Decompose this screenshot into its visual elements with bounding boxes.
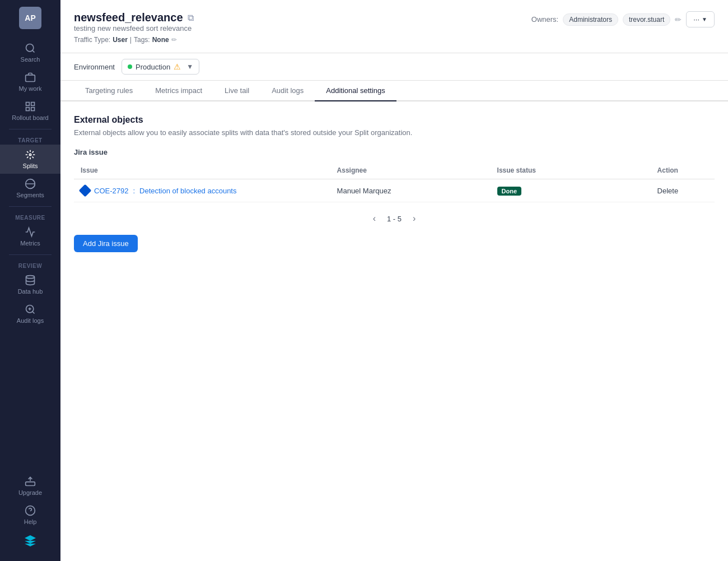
page-header: newsfeed_relevance ⧉ testing new newsfee… [60, 0, 728, 53]
owner-badge-administrators[interactable]: Administrators [563, 13, 618, 26]
jira-section-label: Jira issue [74, 148, 715, 156]
svg-rect-11 [26, 482, 35, 486]
svg-rect-3 [26, 108, 30, 111]
prev-page-button[interactable]: ‹ [368, 211, 380, 226]
segments-icon [25, 178, 36, 189]
sidebar-divider-3 [9, 254, 52, 255]
header-left: newsfeed_relevance ⧉ testing new newsfee… [74, 11, 194, 50]
my-work-icon [25, 72, 36, 83]
metrics-icon [25, 226, 36, 238]
review-section-label: REVIEW [16, 258, 44, 270]
col-header-issue: Issue [74, 162, 330, 179]
traffic-type-label: Traffic Type: [74, 36, 110, 44]
upgrade-icon [25, 476, 36, 487]
svg-rect-4 [31, 108, 35, 111]
status-badge: Done [497, 187, 522, 196]
brand-icon [24, 534, 37, 548]
avatar[interactable]: AP [19, 7, 41, 29]
tabs-bar: Targeting rules Metrics impact Live tail… [60, 81, 728, 101]
measure-section-label: MEASURE [13, 210, 48, 222]
owners-label: Owners: [531, 15, 558, 24]
header-top: newsfeed_relevance ⧉ testing new newsfee… [74, 11, 715, 50]
sidebar-item-my-work[interactable]: My work [0, 67, 60, 96]
traffic-type-value: User [113, 36, 128, 44]
svg-rect-2 [31, 103, 35, 106]
delete-button[interactable]: Delete [657, 187, 679, 195]
jira-diamond-icon [79, 184, 92, 197]
environment-select[interactable]: Production ⚠ ▼ [122, 59, 199, 75]
sidebar-item-metrics[interactable]: Metrics [0, 222, 60, 251]
svg-point-0 [26, 44, 34, 52]
sidebar-bottom: Upgrade Help [0, 471, 60, 554]
tags-label: Tags: [134, 36, 150, 44]
page-info: 1 - 5 [387, 215, 402, 223]
sidebar-item-splits[interactable]: Splits [0, 145, 60, 174]
target-section-label: TARGET [16, 133, 44, 145]
action-cell: Delete [651, 179, 715, 202]
rollout-board-icon [25, 101, 36, 112]
copy-icon[interactable]: ⧉ [188, 13, 194, 23]
issue-cell: COE-2792: Detection of blocked accounts [74, 179, 330, 202]
svg-rect-1 [26, 103, 30, 106]
data-hub-icon [25, 275, 36, 286]
sidebar-item-help[interactable]: Help [0, 500, 60, 530]
issue-key: COE-2792 [94, 187, 128, 195]
environment-label: Environment [74, 63, 115, 71]
tags-value: None [152, 36, 169, 44]
owner-badge-trevor[interactable]: trevor.stuart [623, 13, 670, 26]
sidebar-item-brand [0, 530, 60, 554]
add-jira-issue-button[interactable]: Add Jira issue [74, 235, 138, 252]
tab-targeting-rules[interactable]: Targeting rules [74, 81, 144, 101]
env-chevron-icon: ▼ [186, 63, 193, 71]
chevron-down-icon: ▼ [702, 16, 707, 22]
sidebar-item-search[interactable]: Search [0, 38, 60, 67]
header-actions: Owners: Administrators trevor.stuart ✏ ·… [531, 11, 715, 27]
sidebar-divider-2 [9, 206, 52, 207]
sidebar-item-rollout-board[interactable]: Rollout board [0, 96, 60, 126]
table-row: COE-2792: Detection of blocked accounts … [74, 179, 715, 202]
section-title: External objects [74, 115, 715, 125]
sidebar-item-audit-logs[interactable]: Audit logs [0, 299, 60, 328]
search-icon [25, 43, 36, 54]
assignee-cell: Manuel Marquez [330, 179, 491, 202]
col-header-assignee: Assignee [330, 162, 491, 179]
env-status-dot [128, 64, 132, 69]
env-selected-value: Production [136, 63, 170, 71]
tab-metrics-impact[interactable]: Metrics impact [144, 81, 213, 101]
edit-owners-icon[interactable]: ✏ [675, 15, 682, 24]
issue-title: Detection of blocked accounts [139, 187, 236, 195]
content-area: External objects External objects allow … [60, 101, 728, 561]
pagination: ‹ 1 - 5 › [74, 202, 715, 235]
title-row: newsfeed_relevance ⧉ [74, 11, 194, 24]
splits-icon [25, 149, 36, 160]
jira-table: Issue Assignee Issue status Action COE-2… [74, 162, 715, 202]
main-content: newsfeed_relevance ⧉ testing new newsfee… [60, 0, 728, 561]
page-title: newsfeed_relevance [74, 11, 183, 24]
tab-additional-settings[interactable]: Additional settings [315, 81, 396, 101]
col-header-action: Action [651, 162, 715, 179]
svg-point-5 [29, 154, 31, 155]
edit-tags-icon[interactable]: ✏ [171, 36, 177, 44]
audit-logs-icon [25, 304, 36, 315]
sidebar-item-upgrade[interactable]: Upgrade [0, 471, 60, 500]
sidebar-item-segments[interactable]: Segments [0, 174, 60, 203]
environment-row: Environment Production ⚠ ▼ [60, 53, 728, 81]
status-cell: Done [491, 179, 651, 202]
tab-audit-logs[interactable]: Audit logs [260, 81, 315, 101]
env-warning-icon: ⚠ [174, 62, 181, 71]
issue-link[interactable]: COE-2792: Detection of blocked accounts [81, 186, 324, 195]
header-meta: Traffic Type: User | Tags: None ✏ [74, 36, 194, 44]
tab-live-tail[interactable]: Live tail [213, 81, 260, 101]
svg-point-7 [26, 276, 35, 279]
more-button[interactable]: ··· ▼ [686, 11, 715, 27]
subtitle: testing new newsfeed sort relevance [74, 24, 194, 33]
col-header-status: Issue status [491, 162, 651, 179]
help-icon [25, 505, 36, 516]
sidebar: AP Search My work Rollout board TARGET S… [0, 0, 60, 561]
section-description: External objects allow you to easily ass… [74, 128, 715, 137]
next-page-button[interactable]: › [408, 211, 420, 226]
sidebar-divider-1 [9, 129, 52, 129]
sidebar-item-data-hub[interactable]: Data hub [0, 270, 60, 299]
